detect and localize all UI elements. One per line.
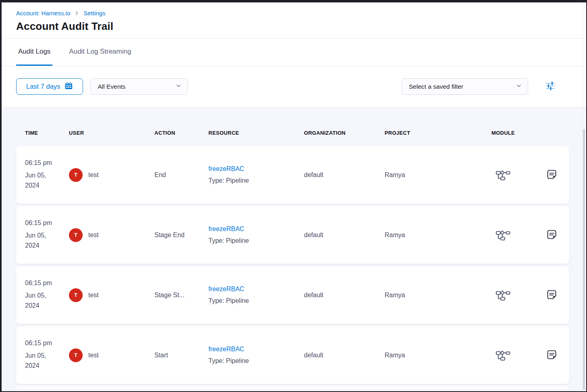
breadcrumb-account-link[interactable]: Account: Harness.io — [16, 10, 70, 17]
table-row: 06:15 pm Jun 05, 2024 T test Stage End f… — [16, 206, 569, 264]
user-cell: T test — [69, 348, 154, 362]
user-cell: T test — [69, 288, 154, 302]
scrollbar-thumb[interactable] — [583, 129, 585, 390]
calendar-icon — [65, 81, 73, 92]
action-cell: Stage St... — [154, 292, 208, 299]
audit-table: TIME USER ACTION RESOURCE ORGANIZATION P… — [2, 107, 586, 391]
note-cell — [545, 228, 558, 242]
project-cell: Ramya — [385, 231, 473, 239]
project-cell: Ramya — [385, 292, 473, 299]
event-date-line1: Jun 05, — [25, 170, 56, 180]
resource-cell: freezeRBAC Type: Pipeline — [208, 286, 304, 304]
table-row: 06:15 pm Jun 05, 2024 T test Start freez… — [16, 326, 569, 384]
resource-cell: freezeRBAC Type: Pipeline — [208, 225, 304, 244]
events-dropdown-value: All Events — [98, 83, 125, 90]
chevron-right-icon — [75, 11, 79, 15]
resource-link[interactable]: freezeRBAC — [208, 346, 244, 353]
breadcrumb: Account: Harness.io Settings — [16, 10, 572, 17]
tab-bar: Audit Logs Audit Log Streaming — [2, 39, 586, 66]
column-header-resource: RESOURCE — [208, 130, 304, 136]
events-dropdown[interactable]: All Events — [90, 78, 188, 95]
pipeline-module-icon — [495, 169, 511, 181]
saved-filter-value: Select a saved filter — [409, 83, 463, 90]
saved-filter-dropdown[interactable]: Select a saved filter — [402, 78, 528, 95]
resource-link[interactable]: freezeRBAC — [208, 165, 244, 173]
note-icon — [545, 288, 558, 302]
note-icon — [545, 168, 558, 182]
event-time: 06:15 pm — [25, 159, 69, 167]
column-header-organization: ORGANIZATION — [304, 130, 385, 136]
date-range-button[interactable]: Last 7 days — [16, 78, 83, 95]
column-header-action: ACTION — [154, 130, 208, 136]
resource-cell: freezeRBAC Type: Pipeline — [208, 165, 304, 184]
table-row-partial — [16, 386, 569, 388]
user-cell: T test — [69, 168, 154, 182]
event-summary-button[interactable] — [545, 348, 558, 362]
organization-cell: default — [304, 292, 385, 299]
event-time: 06:15 pm — [25, 279, 69, 287]
pipeline-module-icon — [495, 289, 511, 301]
user-name: test — [88, 292, 99, 299]
page-title: Account Audit Trail — [16, 20, 572, 33]
table-body: 06:15 pm Jun 05, 2024 T test End freezeR… — [2, 146, 586, 384]
note-icon — [545, 228, 558, 242]
page-header: Account: Harness.io Settings Account Aud… — [2, 2, 586, 39]
time-cell: 06:15 pm Jun 05, 2024 — [25, 279, 69, 311]
resource-cell: freezeRBAC Type: Pipeline — [208, 346, 304, 365]
column-header-user: USER — [69, 130, 154, 136]
event-date-line2: 2024 — [25, 240, 56, 250]
resource-link[interactable]: freezeRBAC — [208, 286, 244, 293]
user-name: test — [88, 231, 99, 239]
column-header-project: PROJECT — [385, 130, 473, 136]
sliders-icon — [545, 81, 556, 92]
event-date-line1: Jun 05, — [25, 230, 56, 240]
filter-bar: Last 7 days All Events S — [2, 66, 586, 107]
resource-type: Type: Pipeline — [208, 297, 304, 304]
table-row: 06:15 pm Jun 05, 2024 T test End freezeR… — [16, 146, 569, 204]
note-cell — [545, 348, 558, 362]
user-avatar: T — [69, 228, 83, 242]
audit-trail-page: Account: Harness.io Settings Account Aud… — [2, 2, 586, 391]
resource-type: Type: Pipeline — [208, 237, 304, 244]
note-icon — [545, 348, 558, 362]
user-avatar: T — [69, 288, 83, 302]
tab-audit-log-streaming[interactable]: Audit Log Streaming — [67, 39, 133, 66]
chevron-down-icon — [176, 83, 181, 90]
user-avatar: T — [69, 168, 83, 182]
user-cell: T test — [69, 228, 154, 242]
event-summary-button[interactable] — [545, 288, 558, 302]
event-date-line2: 2024 — [25, 300, 56, 311]
breadcrumb-settings-link[interactable]: Settings — [83, 10, 105, 17]
user-name: test — [88, 171, 99, 179]
action-cell: Stage End — [154, 231, 208, 239]
event-summary-button[interactable] — [545, 228, 558, 242]
filter-settings-button[interactable] — [543, 79, 557, 94]
project-cell: Ramya — [385, 352, 473, 359]
event-time: 06:15 pm — [25, 219, 69, 227]
action-cell: End — [154, 171, 208, 179]
pipeline-module-icon — [495, 349, 511, 361]
tab-audit-logs[interactable]: Audit Logs — [16, 39, 52, 66]
organization-cell: default — [304, 231, 385, 239]
event-date-line1: Jun 05, — [25, 290, 56, 300]
note-cell — [545, 288, 558, 302]
table-row: 06:15 pm Jun 05, 2024 T test Stage St...… — [16, 266, 569, 324]
pipeline-module-icon — [495, 229, 511, 241]
event-summary-button[interactable] — [545, 168, 558, 182]
user-avatar: T — [69, 348, 83, 362]
column-header-module: MODULE — [491, 130, 515, 136]
note-cell — [545, 168, 558, 182]
event-date-line2: 2024 — [25, 180, 56, 190]
column-header-time: TIME — [25, 130, 69, 136]
chevron-down-icon — [516, 83, 522, 90]
time-cell: 06:15 pm Jun 05, 2024 — [25, 159, 69, 190]
event-date-line2: 2024 — [25, 361, 56, 371]
resource-link[interactable]: freezeRBAC — [208, 225, 244, 233]
date-range-label: Last 7 days — [26, 83, 60, 90]
time-cell: 06:15 pm Jun 05, 2024 — [25, 219, 69, 250]
resource-type: Type: Pipeline — [208, 357, 304, 365]
organization-cell: default — [304, 352, 385, 359]
user-name: test — [88, 352, 99, 359]
organization-cell: default — [304, 171, 385, 179]
resource-type: Type: Pipeline — [208, 177, 304, 184]
